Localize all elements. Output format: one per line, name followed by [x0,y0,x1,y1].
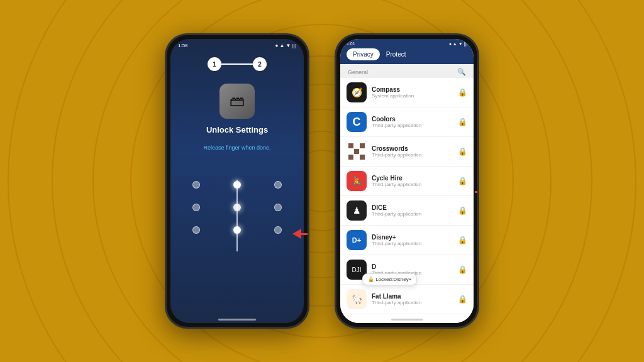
dot-6[interactable] [274,204,282,211]
cyclehire-type: Third-party application [372,182,458,187]
tab-privacy[interactable]: Privacy [347,48,380,60]
cyclehire-lock: 🔒 [458,177,467,185]
right-home-bar-inner [391,319,423,321]
coolors-icon: C [347,112,367,132]
list-item[interactable]: 🚴 Cycle Hire Third-party application 🔒 [340,167,474,196]
fatllama-lock: 🔒 [458,295,467,304]
coolors-info: Coolors Third-party application [372,116,458,128]
step-1: 1 [208,57,221,71]
section-header: General 🔍 [340,64,474,78]
fatllama-icon: 🦙 [347,289,367,309]
dot-9[interactable] [274,226,282,234]
left-home-bar [218,319,256,321]
dji-name: D [372,263,458,270]
section-label: General [348,69,368,75]
left-phone-screen: 1:58 ● ▲ ▼ ||| 1 2 🗃 Unlock Settings Rel… [170,39,304,323]
unlock-app-icon-glyph: 🗃 [230,92,245,110]
crosswords-name: Crosswords [372,145,458,152]
left-time: 1:58 [178,43,188,48]
left-status-icons: ● ▲ ▼ ||| [275,43,296,48]
fatllama-name: Fat Llama [372,293,458,300]
right-arrow [475,187,479,197]
unlock-subtitle: Release finger when done. [203,145,270,151]
coolors-type: Third-party application [372,123,458,128]
disney-lock: 🔒 [458,236,467,244]
list-item[interactable]: DJI D Third-party application 🔒 🔒 Locked… [340,255,474,285]
left-arrow [292,229,309,239]
dot-4[interactable] [192,204,200,211]
search-icon[interactable]: 🔍 [457,68,466,76]
step-line [221,63,253,65]
privacy-screen: 1:01 ● ▲ ▼ ||| Privacy Protect General 🔍 [340,39,474,323]
fatllama-type: Third-party application [372,300,458,305]
dot-5[interactable] [233,204,241,211]
right-phone: 1:01 ● ▲ ▼ ||| Privacy Protect General 🔍 [335,33,479,329]
left-arrow-shaft [301,233,309,235]
crosswords-type: Third-party application [372,152,458,158]
dot-2[interactable] [233,181,241,189]
right-time: 1:01 [347,41,355,46]
crosswords-lock: 🔒 [458,147,467,156]
dice-icon: ♟ [347,200,367,221]
list-item[interactable]: 🧭 Compass System application 🔒 [340,78,474,107]
disney-icon: D+ [347,230,367,250]
fatllama-info: Fat Llama Third-party application [372,293,458,305]
left-arrowhead [292,229,301,239]
right-arrow-shaft [475,191,479,193]
crosswords-icon [347,141,367,162]
dot-3[interactable] [274,181,282,189]
disney-name: Disney+ [372,234,458,241]
dice-lock: 🔒 [458,206,467,215]
list-item[interactable]: 🦙 Fat Llama Third-party application 🔒 [340,285,474,314]
app-list: 🧭 Compass System application 🔒 C Coolors… [340,78,474,315]
right-status-bar: 1:01 ● ▲ ▼ ||| [340,39,474,48]
unlock-title: Unlock Settings [206,125,268,134]
left-status-bar: 1:58 ● ▲ ▼ ||| [170,39,304,52]
right-phone-screen: 1:01 ● ▲ ▼ ||| Privacy Protect General 🔍 [340,39,474,323]
compass-info: Compass System application [372,86,458,99]
step-2: 2 [253,57,267,71]
dot-7[interactable] [192,226,200,234]
compass-icon: 🧭 [347,82,367,102]
coolors-lock: 🔒 [458,118,467,126]
left-phone: 1:58 ● ▲ ▼ ||| 1 2 🗃 Unlock Settings Rel… [165,33,309,329]
steps-indicator: 1 2 [208,57,267,71]
dice-name: DICE [372,204,458,211]
compass-name: Compass [372,86,458,93]
crosswords-info: Crosswords Third-party application [372,145,458,158]
cyclehire-name: Cycle Hire [372,175,458,182]
list-item[interactable]: D+ Disney+ Third-party application 🔒 [340,226,474,255]
cyclehire-icon: 🚴 [347,171,367,191]
compass-lock: 🔒 [458,88,467,97]
dot-1[interactable] [192,181,200,189]
disney-info: Disney+ Third-party application [372,234,458,246]
disney-type: Third-party application [372,241,458,246]
dice-info: DICE Third-party application [372,204,458,217]
scene: 1:58 ● ▲ ▼ ||| 1 2 🗃 Unlock Settings Rel… [165,33,479,329]
tab-protect[interactable]: Protect [380,48,413,60]
right-status-icons: ● ▲ ▼ ||| [449,41,467,46]
compass-type: System application [372,93,458,99]
locked-tooltip: 🔒 Locked:Disney+ [362,273,417,285]
coolors-name: Coolors [372,116,458,123]
tab-bar: Privacy Protect [340,48,474,64]
list-item[interactable]: C Coolors Third-party application 🔒 [340,107,474,137]
list-item[interactable]: ♟ DICE Third-party application 🔒 [340,196,474,226]
right-home-bar [340,315,474,323]
list-item[interactable]: Crosswords Third-party application 🔒 [340,137,474,167]
unlock-screen: 1:58 ● ▲ ▼ ||| 1 2 🗃 Unlock Settings Rel… [170,39,304,323]
cyclehire-info: Cycle Hire Third-party application [372,175,458,187]
dot-8[interactable] [233,226,241,234]
unlock-app-icon: 🗃 [219,84,255,119]
dice-type: Third-party application [372,211,458,217]
dji-lock: 🔒 [458,265,467,274]
